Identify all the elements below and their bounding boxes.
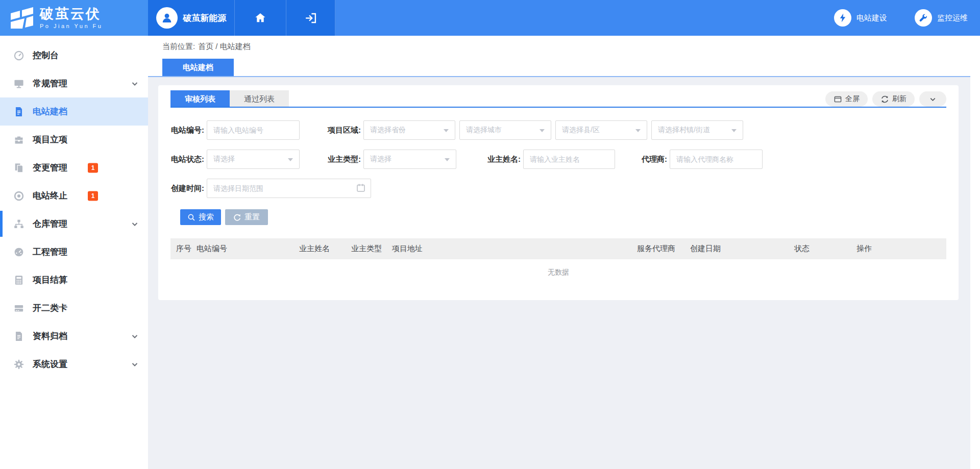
breadcrumb: 当前位置:首页 / 电站建档 [162,42,251,52]
sidebar-item-station-archive[interactable]: 电站建档 [0,97,148,126]
logo-icon [9,6,35,30]
sidebar: 控制台 常规管理 电站建档 项 [0,36,148,469]
avatar [156,7,178,29]
village-select[interactable]: 请选择村镇/街道 [651,120,743,140]
sidebar-item-change-mgmt[interactable]: 变更管理 1 [0,154,148,182]
sidebar-item-data-archive[interactable]: 资料归档 [0,322,148,350]
monitor-icon [12,78,26,89]
sidebar-item-warehouse-mgmt[interactable]: 仓库管理 [0,210,148,238]
document-icon [12,106,26,117]
owner-name-input[interactable] [523,150,615,169]
badge-count: 1 [88,163,98,172]
scrollbar-track[interactable] [970,36,980,469]
card-icon [12,303,26,314]
topbar-dark-section: 破茧新能源 [148,0,335,36]
fullscreen-button[interactable]: 全屏 [825,91,868,107]
user-menu[interactable]: 破茧新能源 [148,0,235,36]
page-tab-underline [148,76,980,77]
caret-down-icon [444,129,449,132]
home-button[interactable] [235,0,286,36]
col-owner-name: 业主姓名 [299,238,330,259]
col-index: 序号 [176,238,191,259]
col-status: 状态 [794,238,810,259]
region-label: 项目区域: [324,126,361,135]
col-actions: 操作 [856,238,872,259]
col-station-no: 电站编号 [197,238,227,259]
logo-title: 破茧云伏 [40,7,103,21]
top-bar: 破茧云伏 Po Jian Yun Fu 破茧新能源 [0,0,980,36]
date-range-input[interactable] [207,179,371,198]
main-content: 当前位置:首页 / 电站建档 电站建档 审核列表 通过列表 全屏 [148,36,980,469]
user-icon [160,11,174,24]
chevron-down-icon [131,360,139,368]
owner-type-select[interactable]: 请选择 [363,150,456,169]
refresh-button[interactable]: 刷新 [872,91,915,107]
province-select[interactable]: 请选择省份 [363,120,455,140]
sidebar-item-engineering-mgmt[interactable]: 工程管理 [0,238,148,266]
sidebar-item-project-settlement[interactable]: 项目结算 [0,266,148,294]
caret-down-icon [731,129,737,132]
chevron-down-icon [131,80,139,88]
wrench-icon [915,9,932,27]
owner-type-label: 业主类型: [324,155,361,164]
chevron-down-icon [131,332,139,340]
col-address: 项目地址 [392,238,423,259]
sitemap-icon [12,218,26,230]
sidebar-item-general-mgmt[interactable]: 常规管理 [0,69,148,97]
station-no-input[interactable] [207,120,300,140]
tab-review-list[interactable]: 审核列表 [170,90,230,108]
sidebar-item-station-terminate[interactable]: 电站终止 1 [0,182,148,210]
reset-icon [233,213,241,221]
station-no-label: 电站编号: [170,126,204,135]
logout-button[interactable] [286,0,335,36]
logo-subtitle: Po Jian Yun Fu [40,23,103,29]
nav-station-build-label: 电站建设 [856,13,887,23]
caret-down-icon [540,129,545,132]
col-create-date: 创建日期 [690,238,721,259]
sidebar-item-project-initiation[interactable]: 项目立项 [0,126,148,154]
file-icon [12,331,26,342]
tab-passed-list[interactable]: 通过列表 [230,90,289,108]
gauge-icon [12,246,26,258]
collapse-button[interactable] [919,91,946,107]
fullscreen-icon [834,95,842,104]
search-button[interactable]: 搜索 [180,209,221,225]
briefcase-icon [12,134,26,145]
county-select[interactable]: 请选择县/区 [555,120,647,140]
caret-down-icon [445,158,450,161]
station-status-select[interactable]: 请选择 [207,150,300,169]
nav-monitor-ops[interactable]: 监控运维 [915,9,968,27]
gear-icon [12,359,26,370]
table-header: 序号 电站编号 业主姓名 业主类型 项目地址 服务代理商 创建日期 状态 操作 [170,238,946,259]
content-card: 审核列表 通过列表 全屏 刷新 [158,85,959,300]
reset-button[interactable]: 重置 [225,209,268,225]
col-agent: 服务代理商 [637,238,675,259]
city-select[interactable]: 请选择城市 [459,120,551,140]
breadcrumb-strip: 当前位置:首页 / 电站建档 电站建档 [148,36,980,76]
created-time-label: 创建时间: [170,184,204,193]
caret-down-icon [635,129,641,132]
refresh-icon [880,95,889,104]
home-icon [254,12,266,24]
company-name: 破茧新能源 [183,12,227,24]
station-status-label: 电站状态: [170,155,204,164]
copy-pages-icon [12,162,26,174]
chevron-down-icon [131,220,139,228]
sidebar-item-system-settings[interactable]: 系统设置 [0,350,148,378]
chevron-down-icon [929,95,937,103]
nav-station-build[interactable]: 电站建设 [834,9,887,27]
col-owner-type: 业主类型 [351,238,382,259]
agent-label: 代理商: [635,155,667,164]
sign-in-icon [304,12,317,24]
record-circle-icon [12,190,26,202]
logo: 破茧云伏 Po Jian Yun Fu [0,0,148,36]
sidebar-item-open-card[interactable]: 开二类卡 [0,294,148,322]
page-tab-station-archive[interactable]: 电站建档 [162,59,234,76]
sidebar-item-console[interactable]: 控制台 [0,41,148,69]
agent-input[interactable] [670,150,763,169]
empty-state: 无数据 [170,268,946,277]
bolt-icon [834,9,851,27]
search-icon [187,213,195,221]
caret-down-icon [288,158,293,161]
owner-name-label: 业主姓名: [475,155,521,164]
